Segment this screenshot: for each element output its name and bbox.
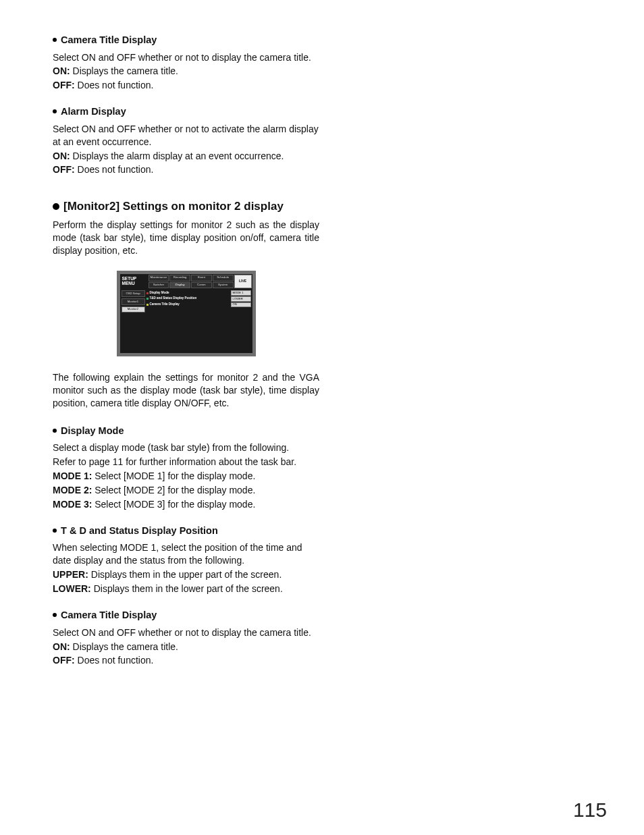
option-text: Does not function. <box>75 655 154 666</box>
paragraph: Select ON and OFF whether or not to disp… <box>53 626 319 639</box>
bullet-icon <box>53 109 57 113</box>
option-text: Displays them in the lower part of the s… <box>91 583 283 594</box>
paragraph: When selecting MODE 1, select the positi… <box>53 541 319 567</box>
figure-side-button: Monitor1 <box>122 298 145 305</box>
option-text: Select [MODE 2] for the display mode. <box>92 485 255 495</box>
paragraph: Perform the display settings for monitor… <box>53 219 319 257</box>
square-icon <box>146 292 149 294</box>
option-mode2: MODE 2: Select [MODE 2] for the display … <box>53 484 319 497</box>
option-label: ON: <box>53 151 70 161</box>
subheading: Camera Title Display <box>53 609 319 622</box>
paragraph: Select ON and OFF whether or not to disp… <box>53 51 319 64</box>
option-label: OFF: <box>53 164 75 175</box>
figure-tabs: Maintenance Recording Event Schedule Swi… <box>148 274 234 288</box>
option-label: MODE 1: <box>53 470 92 481</box>
subheading-text: Camera Title Display <box>61 610 157 620</box>
option-mode1: MODE 1: Select [MODE 1] for the display … <box>53 470 319 483</box>
option-on: ON: Displays the alarm display at an eve… <box>53 150 319 163</box>
subheading: Alarm Display <box>53 105 319 119</box>
option-upper: UPPER: Displays them in the upper part o… <box>53 568 319 581</box>
bullet-icon <box>53 203 59 210</box>
option-text: Displays the alarm display at an event o… <box>70 151 284 161</box>
option-text: Does not function. <box>75 80 154 90</box>
option-on: ON: Displays the camera title. <box>53 65 319 78</box>
section-display-mode: Display Mode Select a display mode (task… <box>53 425 319 511</box>
figure-title: SETUP MENU <box>120 274 148 288</box>
paragraph: The following explain the settings for m… <box>53 371 319 410</box>
section-camera-title-2: Camera Title Display Select ON and OFF w… <box>53 609 319 667</box>
subheading-text: Display Mode <box>61 425 124 436</box>
figure-tab: Schedule <box>213 275 234 281</box>
subheading: T & D and Status Display Position <box>53 524 319 538</box>
subheading-text: T & D and Status Display Position <box>61 525 218 536</box>
figure-tab: Switcher <box>149 282 169 289</box>
heading-text: [Monitor2] Settings on monitor 2 display <box>63 200 284 213</box>
figure-side-button-active: Monitor2 <box>122 306 145 313</box>
option-text: Displays them in the upper part of the s… <box>88 569 281 580</box>
option-label: LOWER: <box>53 583 91 594</box>
option-label: MODE 3: <box>53 499 92 510</box>
option-label: UPPER: <box>53 569 88 580</box>
option-mode3: MODE 3: Select [MODE 3] for the display … <box>53 498 319 511</box>
option-label: MODE 2: <box>53 485 92 495</box>
figure-setting-label: Camera Title Display <box>150 303 230 306</box>
figure-tab: Maintenance <box>149 275 169 281</box>
figure-tabs-row-1: Maintenance Recording Event Schedule <box>148 274 234 281</box>
option-on: ON: Displays the camera title. <box>53 641 319 653</box>
figure-titlebar: SETUP MENU Maintenance Recording Event S… <box>120 274 252 288</box>
bullet-icon <box>53 529 57 533</box>
figure-tab: Comm <box>191 282 212 289</box>
section-heading-monitor2: [Monitor2] Settings on monitor 2 display <box>53 199 319 215</box>
square-icon <box>146 298 149 300</box>
figure-screen: SETUP MENU Maintenance Recording Event S… <box>120 274 252 353</box>
figure-setting-value: ON <box>231 302 251 308</box>
option-off: OFF: Does not function. <box>53 163 319 176</box>
figure-setting-label: T&D and Status Display Position <box>150 297 230 300</box>
figure-body: OSD Setup Monitor1 Monitor2 Display Mode… <box>120 290 252 313</box>
figure-setting-value: MODE 1 <box>231 290 251 296</box>
figure-tab-active: Display <box>169 282 190 289</box>
section-alarm: Alarm Display Select ON and OFF whether … <box>53 105 319 176</box>
bullet-icon <box>53 429 57 433</box>
option-lower: LOWER: Displays them in the lower part o… <box>53 583 319 595</box>
figure-tab: System <box>213 282 234 289</box>
option-text: Select [MODE 3] for the display mode. <box>92 499 255 510</box>
option-text: Select [MODE 1] for the display mode. <box>92 470 255 481</box>
figure-tab: Event <box>191 275 212 281</box>
figure-main: Display Mode MODE 1 T&D and Status Displ… <box>146 290 252 313</box>
figure-live-button: LIVE <box>234 275 252 288</box>
figure-setting-row: Display Mode MODE 1 <box>146 290 251 296</box>
option-label: ON: <box>53 641 70 652</box>
subheading: Camera Title Display <box>53 34 319 47</box>
figure-tabs-row-2: Switcher Display Comm System <box>148 281 234 289</box>
subheading-text: Alarm Display <box>61 106 126 117</box>
option-text: Does not function. <box>75 164 154 175</box>
option-off: OFF: Does not function. <box>53 79 319 92</box>
content-column: Camera Title Display Select ON and OFF w… <box>53 34 319 667</box>
figure-setting-value: LOWER <box>231 296 251 302</box>
subheading: Display Mode <box>53 425 319 438</box>
option-label: ON: <box>53 65 70 76</box>
option-label: OFF: <box>53 80 75 90</box>
bullet-icon <box>53 38 57 42</box>
option-text: Displays the camera title. <box>70 641 178 652</box>
document-page: Camera Title Display Select ON and OFF w… <box>0 0 644 835</box>
option-off: OFF: Does not function. <box>53 654 319 667</box>
paragraph: Refer to page 11 for further information… <box>53 456 319 468</box>
bullet-icon <box>53 613 57 617</box>
square-icon <box>146 304 149 306</box>
section-td-status: T & D and Status Display Position When s… <box>53 524 319 595</box>
figure-side-button: OSD Setup <box>122 290 145 297</box>
page-number: 115 <box>573 799 607 821</box>
figure-setting-row: Camera Title Display ON <box>146 302 251 308</box>
paragraph: Select ON and OFF whether or not to acti… <box>53 123 319 149</box>
section-camera-title-1: Camera Title Display Select ON and OFF w… <box>53 34 319 92</box>
subheading-text: Camera Title Display <box>61 34 157 45</box>
figure-setting-row: T&D and Status Display Position LOWER <box>146 296 251 302</box>
figure-tab: Recording <box>169 275 190 281</box>
option-text: Displays the camera title. <box>70 65 178 76</box>
paragraph: Select a display mode (task bar style) f… <box>53 441 319 454</box>
option-label: OFF: <box>53 655 75 666</box>
embedded-ui-screenshot: SETUP MENU Maintenance Recording Event S… <box>117 271 256 356</box>
figure-frame: SETUP MENU Maintenance Recording Event S… <box>117 271 256 356</box>
